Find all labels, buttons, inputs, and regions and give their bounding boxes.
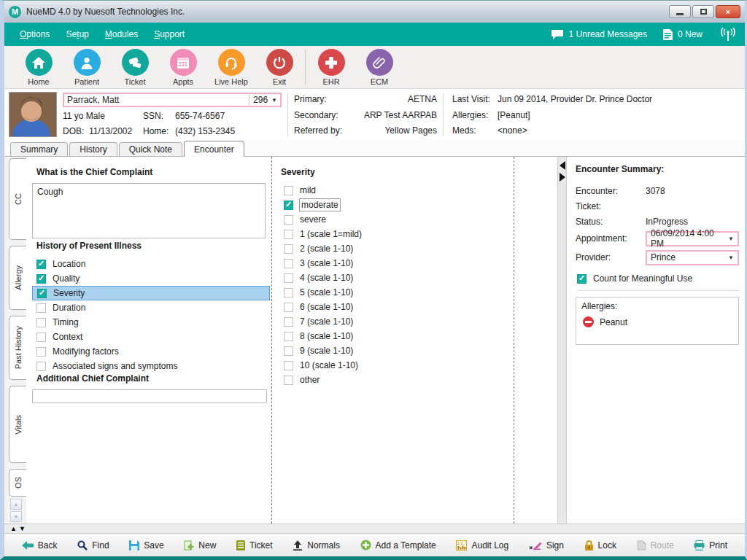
side-tabs-scroll-up-button[interactable]: ▲: [10, 499, 22, 510]
normals-button[interactable]: Normals: [293, 540, 340, 551]
ticket-button[interactable]: Ticket: [111, 49, 159, 86]
scroll-up-icon[interactable]: ▲: [10, 526, 17, 532]
checkbox[interactable]: [284, 346, 293, 356]
hpi-checkbox-row[interactable]: Modifying factors: [32, 344, 271, 359]
additional-chief-complaint-input[interactable]: [32, 389, 267, 403]
side-tab-vitals[interactable]: Vitals: [9, 386, 26, 463]
add-template-button[interactable]: Add a Template: [360, 540, 436, 551]
severity-checkbox-row[interactable]: 1 (scale 1=mild): [279, 227, 514, 241]
patient-name-selector[interactable]: Parrack, Matt 296 ▼: [63, 93, 282, 107]
checkbox[interactable]: [284, 303, 293, 312]
severity-checkbox-row[interactable]: 8 (scale 1-10): [279, 329, 514, 343]
checkbox[interactable]: [36, 332, 46, 342]
checkbox[interactable]: [284, 201, 293, 210]
checkbox[interactable]: [36, 318, 46, 327]
new-items-indicator[interactable]: 0 New: [663, 29, 703, 40]
checkbox[interactable]: [284, 244, 293, 254]
hpi-checkbox-row[interactable]: Duration: [32, 300, 271, 315]
side-tab-cc[interactable]: CC: [9, 158, 26, 240]
collapse-right-icon[interactable]: [560, 173, 565, 182]
severity-checkbox-row[interactable]: 9 (scale 1-10): [279, 343, 514, 358]
find-button[interactable]: Find: [77, 540, 109, 551]
home-button[interactable]: Home: [15, 49, 63, 86]
checkbox[interactable]: [36, 274, 46, 284]
checkbox[interactable]: [577, 274, 587, 284]
new-button[interactable]: New: [184, 540, 216, 551]
checkbox[interactable]: [36, 260, 46, 269]
menu-setup[interactable]: Setup: [58, 29, 96, 39]
live-help-button[interactable]: Live Help: [207, 49, 255, 86]
print-button[interactable]: Print: [694, 540, 727, 551]
audit-log-button[interactable]: 1 2 Audit Log: [456, 540, 508, 551]
patient-button[interactable]: Patient: [63, 49, 111, 86]
horizontal-scroll-strip[interactable]: ▲ ▼: [4, 524, 745, 533]
tab-quick-note[interactable]: Quick Note: [119, 142, 182, 156]
checkbox[interactable]: [36, 362, 46, 371]
appts-button[interactable]: Appts: [159, 49, 207, 86]
hpi-checkbox-row[interactable]: Quality: [32, 271, 271, 286]
checkbox[interactable]: [284, 361, 293, 370]
severity-checkbox-row[interactable]: other: [279, 373, 514, 387]
ehr-button[interactable]: EHR: [307, 49, 355, 86]
unread-messages-indicator[interactable]: 1 Unread Messages: [551, 29, 647, 39]
menu-options[interactable]: Options: [12, 29, 58, 39]
hpi-checkbox-row[interactable]: Location: [32, 257, 271, 271]
collapse-left-icon[interactable]: [560, 161, 565, 170]
severity-checkbox-row[interactable]: 5 (scale 1-10): [279, 285, 514, 300]
maximize-button[interactable]: [692, 5, 714, 18]
hpi-checkbox-row[interactable]: Timing: [32, 315, 271, 330]
meaningful-use-row[interactable]: Count for Meaningful Use: [577, 273, 739, 291]
severity-checkbox-row[interactable]: 10 (scale 1-10): [279, 358, 514, 373]
side-tabs-scroll-down-button[interactable]: ▼: [10, 511, 22, 522]
checkbox[interactable]: [284, 215, 293, 225]
sign-button[interactable]: Sign: [529, 540, 564, 551]
severity-checkbox-row[interactable]: severe: [279, 212, 514, 227]
checkbox[interactable]: [284, 186, 293, 195]
severity-checkbox-row[interactable]: 2 (scale 1-10): [279, 241, 514, 256]
panel-splitter[interactable]: [557, 157, 567, 524]
severity-checkbox-row[interactable]: 3 (scale 1-10): [279, 256, 514, 271]
exit-button[interactable]: Exit: [255, 49, 303, 86]
hpi-checkbox-row[interactable]: Associated signs and symptoms: [32, 359, 271, 373]
side-tab-os[interactable]: OS: [9, 469, 26, 497]
tab-history[interactable]: History: [69, 142, 117, 156]
menu-support[interactable]: Support: [146, 29, 193, 39]
lock-icon: [584, 540, 594, 551]
checkbox[interactable]: [36, 347, 46, 357]
checkbox[interactable]: [284, 376, 293, 385]
tab-summary[interactable]: Summary: [10, 142, 68, 156]
side-tab-allergy[interactable]: Allergy: [9, 246, 26, 310]
ecm-button[interactable]: ECM: [355, 49, 403, 86]
appointment-dropdown[interactable]: 06/09/2014 4:00 PM▼: [646, 231, 739, 246]
checkbox[interactable]: [36, 303, 46, 313]
save-button[interactable]: Save: [129, 540, 163, 551]
checkbox[interactable]: [284, 317, 293, 327]
checkbox[interactable]: [284, 230, 293, 239]
chief-complaint-textarea[interactable]: Cough: [32, 183, 266, 238]
minimize-button[interactable]: [669, 5, 691, 18]
severity-checkbox-row[interactable]: moderate: [279, 198, 514, 212]
checkbox[interactable]: [284, 273, 293, 283]
scroll-down-icon[interactable]: ▼: [19, 526, 26, 532]
back-button[interactable]: Back: [22, 540, 58, 551]
lock-button[interactable]: Lock: [584, 540, 616, 551]
tab-encounter[interactable]: Encounter: [184, 141, 244, 157]
menu-modules[interactable]: Modules: [97, 29, 146, 39]
checkbox[interactable]: [37, 289, 47, 298]
checkbox[interactable]: [284, 332, 293, 341]
checkbox[interactable]: [284, 259, 293, 268]
checkbox[interactable]: [284, 288, 293, 298]
side-tab-past-history[interactable]: Past History: [9, 316, 26, 380]
hpi-checkbox-row[interactable]: Severity: [32, 286, 270, 300]
severity-checkbox-row[interactable]: mild: [279, 183, 514, 198]
severity-checkbox-row[interactable]: 6 (scale 1-10): [279, 300, 514, 314]
provider-dropdown[interactable]: Prince▼: [646, 250, 739, 265]
severity-checkbox-row[interactable]: 7 (scale 1-10): [279, 314, 514, 329]
chevron-down-icon[interactable]: ▼: [271, 97, 277, 104]
close-button[interactable]: ×: [716, 5, 740, 18]
severity-checkbox-row[interactable]: 4 (scale 1-10): [279, 271, 514, 285]
route-button[interactable]: Route: [637, 540, 674, 551]
ticket-button-bottom[interactable]: Ticket: [236, 540, 273, 551]
allergies-value: [Peanut]: [498, 110, 530, 120]
hpi-checkbox-row[interactable]: Context: [32, 330, 271, 344]
